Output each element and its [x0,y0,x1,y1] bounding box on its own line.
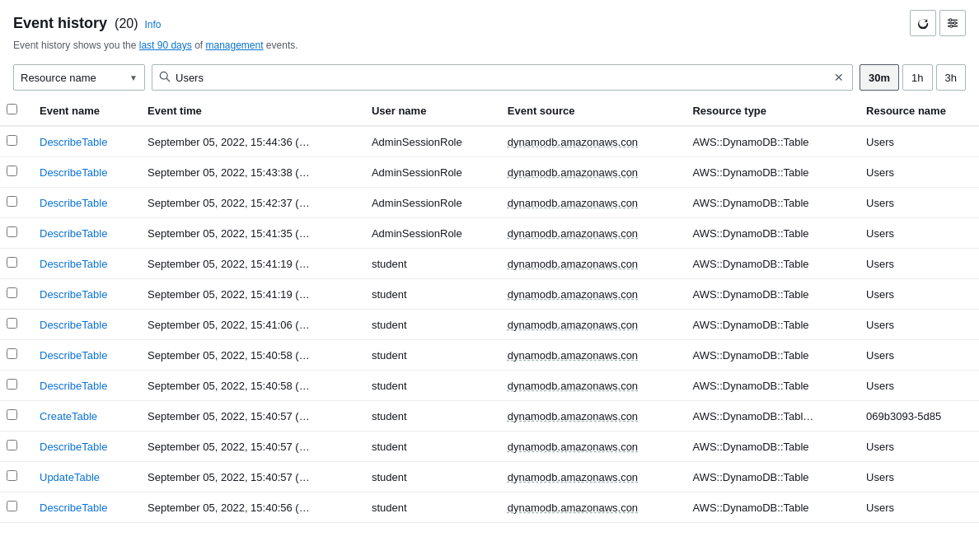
event-name-cell: DescribeTable [30,432,138,462]
row-checkbox[interactable] [7,409,17,420]
table-row: DescribeTableSeptember 05, 2022, 15:40:5… [0,492,979,523]
select-all-checkbox[interactable] [7,104,17,114]
resource-name-cell: Users [856,279,979,310]
event-source-cell: dynamodb.amazonaws.con [498,126,683,157]
row-checkbox-cell [0,492,30,523]
event-name-link[interactable]: DescribeTable [40,136,107,148]
table-row: DescribeTableSeptember 05, 2022, 15:40:5… [0,371,979,401]
event-name-link[interactable]: DescribeTable [40,288,107,301]
table-row: UpdateTableSeptember 05, 2022, 15:40:57 … [0,462,979,492]
row-checkbox[interactable] [7,440,17,450]
event-name-link[interactable]: DescribeTable [40,502,107,514]
event-time-cell: September 05, 2022, 15:40:57 (… [138,432,362,462]
info-link[interactable]: Info [145,19,162,30]
clear-search-button[interactable]: ✕ [832,71,846,84]
user-name-cell: student [362,279,498,310]
resource-name-cell: Users [856,462,979,492]
resource-type-cell: AWS::DynamoDB::Table [682,462,856,492]
time-button-1h[interactable]: 1h [902,64,932,91]
settings-button[interactable] [939,10,966,36]
resource-type-cell: AWS::DynamoDB::Table [682,157,856,188]
resource-name-cell: Users [856,249,979,279]
time-button-30m[interactable]: 30m [860,64,899,91]
row-checkbox[interactable] [7,196,17,207]
event-time-cell: September 05, 2022, 15:41:19 (… [138,279,362,310]
row-checkbox[interactable] [7,287,17,298]
event-source-text: dynamodb.amazonaws.con [508,471,638,483]
event-time-cell: September 05, 2022, 15:40:57 (… [138,401,362,432]
time-button-3h[interactable]: 3h [936,64,966,91]
resource-name-cell: Users [856,126,979,157]
event-source-cell: dynamodb.amazonaws.con [498,279,683,310]
row-checkbox[interactable] [7,135,17,146]
row-checkbox[interactable] [7,348,17,359]
resource-name-cell: Users [856,492,979,523]
event-name-cell: UpdateTable [30,462,138,492]
resource-name-cell: Users [856,371,979,401]
table-row: DescribeTableSeptember 05, 2022, 15:41:1… [0,279,979,310]
event-time-cell: September 05, 2022, 15:40:57 (… [138,462,362,492]
row-checkbox[interactable] [7,379,17,390]
event-name-cell: DescribeTable [30,126,138,157]
user-name-cell: student [362,371,498,401]
row-checkbox[interactable] [7,257,17,268]
event-source-cell: dynamodb.amazonaws.con [498,432,683,462]
row-checkbox[interactable] [7,501,17,511]
event-count: (20) [115,16,138,30]
event-name-link[interactable]: CreateTable [40,410,97,422]
event-source-cell: dynamodb.amazonaws.con [498,492,683,523]
resource-type-cell: AWS::DynamoDB::Table [682,310,856,340]
refresh-button[interactable] [910,10,936,36]
event-name-cell: DescribeTable [30,218,138,249]
event-source-text: dynamodb.amazonaws.con [508,410,638,422]
event-name-link[interactable]: DescribeTable [40,380,107,392]
search-input[interactable] [176,72,832,84]
table-row: CreateTableSeptember 05, 2022, 15:40:57 … [0,401,979,432]
row-checkbox-cell [0,218,30,249]
resource-type-cell: AWS::DynamoDB::Table [682,492,856,523]
filter-dropdown[interactable]: Resource name ▼ [13,64,145,91]
event-name-link[interactable]: DescribeTable [40,166,107,179]
resource-name-cell: Users [856,432,979,462]
event-name-link[interactable]: DescribeTable [40,349,107,362]
row-checkbox-cell [0,401,30,432]
event-name-link[interactable]: DescribeTable [40,258,107,270]
search-icon [159,71,171,85]
event-source-cell: dynamodb.amazonaws.con [498,188,683,218]
resource-name-cell: Users [856,310,979,340]
resource-name-cell: Users [856,218,979,249]
table-row: DescribeTableSeptember 05, 2022, 15:41:1… [0,249,979,279]
resource-type-cell: AWS::DynamoDB::Table [682,279,856,310]
event-name-link[interactable]: DescribeTable [40,319,107,331]
row-checkbox-cell [0,157,30,188]
col-event-time: Event time [138,96,362,126]
row-checkbox[interactable] [7,470,17,481]
event-source-text: dynamodb.amazonaws.con [508,227,638,240]
event-name-link[interactable]: DescribeTable [40,227,107,240]
event-time-cell: September 05, 2022, 15:40:58 (… [138,340,362,371]
svg-point-3 [949,19,952,21]
table-row: DescribeTableSeptember 05, 2022, 15:41:0… [0,310,979,340]
table-row: DescribeTableSeptember 05, 2022, 15:40:5… [0,340,979,371]
row-checkbox[interactable] [7,226,17,237]
filter-bar: Resource name ▼ ✕ 30m 1h 3h [0,59,979,96]
user-name-cell: student [362,340,498,371]
event-name-cell: DescribeTable [30,492,138,523]
event-name-link[interactable]: UpdateTable [40,471,100,483]
user-name-cell: student [362,432,498,462]
event-name-link[interactable]: DescribeTable [40,197,107,209]
event-source-cell: dynamodb.amazonaws.con [498,218,683,249]
user-name-cell: student [362,492,498,523]
row-checkbox[interactable] [7,166,17,176]
user-name-cell: AdminSessionRole [362,218,498,249]
table-row: DescribeTableSeptember 05, 2022, 15:41:3… [0,218,979,249]
header-bar: Event history (20) Info [0,0,979,40]
event-source-cell: dynamodb.amazonaws.con [498,371,683,401]
event-source-cell: dynamodb.amazonaws.con [498,340,683,371]
table-body: DescribeTableSeptember 05, 2022, 15:44:3… [0,126,979,523]
event-source-text: dynamodb.amazonaws.con [508,502,638,514]
event-name-link[interactable]: DescribeTable [40,441,107,453]
event-source-cell: dynamodb.amazonaws.con [498,310,683,340]
time-buttons: 30m 1h 3h [860,64,966,91]
row-checkbox[interactable] [7,318,17,329]
